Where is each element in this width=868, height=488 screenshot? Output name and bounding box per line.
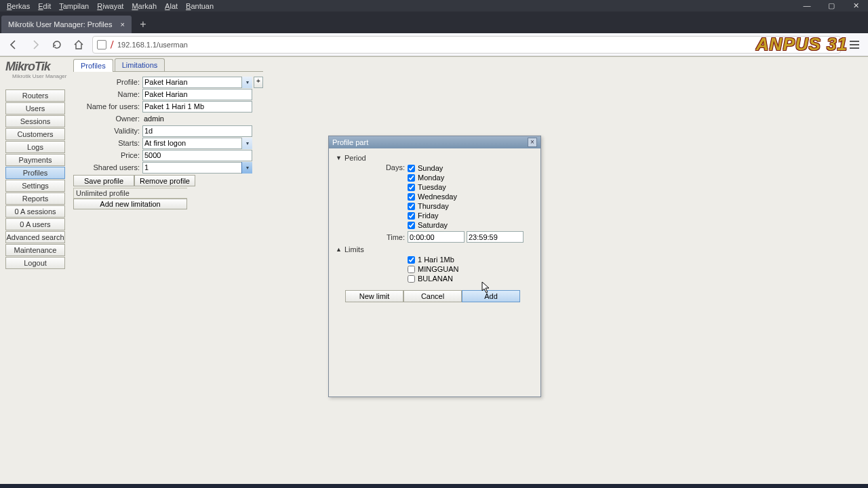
tab-close-icon[interactable]: × [120, 20, 124, 28]
page-content: MikroTik Mikrotik User Manager RoutersUs… [0, 56, 868, 484]
limit-label: MINGGUAN [418, 265, 459, 273]
limit-checkbox-bulanan[interactable] [408, 275, 415, 283]
profile-part-dialog: Profile part × ▼ Period Days: SundayMond… [328, 136, 541, 397]
day-checkbox-thursday[interactable] [408, 203, 415, 210]
sidebar-item-profiles[interactable]: Profiles [5, 167, 65, 179]
day-label: Wednesday [418, 192, 457, 201]
period-section-toggle[interactable]: ▼ Period [336, 154, 536, 162]
time-from-input[interactable] [408, 231, 465, 243]
profile-select[interactable] [142, 77, 252, 88]
close-window-button[interactable]: ✕ [844, 0, 868, 12]
url-text: 192.168.1.1/userman [117, 41, 188, 49]
save-profile-button[interactable]: Save profile [73, 175, 134, 186]
day-label: Saturday [418, 221, 448, 229]
tab-title: Mikrotik User Manager: Profiles [8, 20, 112, 28]
days-list: SundayMondayTuesdayWednesdayThursdayFrid… [408, 163, 457, 230]
day-row: Saturday [408, 220, 457, 230]
limit-row: 1 Hari 1Mb [408, 255, 459, 264]
browser-tabstrip: Mikrotik User Manager: Profiles × + [0, 12, 868, 33]
sidebar-item-0-a-sessions[interactable]: 0 A sessions [5, 205, 65, 218]
sidebar-item-routers[interactable]: Routers [5, 89, 65, 102]
limit-checkbox-mingguan[interactable] [408, 266, 415, 273]
name-for-users-label: Name for users: [73, 102, 142, 110]
day-checkbox-tuesday[interactable] [408, 184, 415, 191]
menu-markah[interactable]: Markah [127, 2, 161, 10]
profile-form: Profile: ▾ + Name: Name for users: Owner… [73, 76, 263, 209]
new-tab-button[interactable]: + [134, 16, 152, 33]
add-new-limitation-button[interactable]: Add new limitation [73, 199, 187, 209]
limits-section-toggle[interactable]: ▲ Limits [336, 245, 536, 253]
tab-profiles[interactable]: Profiles [73, 59, 113, 72]
reload-button[interactable] [49, 37, 65, 53]
limit-label: BULANAN [418, 274, 453, 283]
back-button[interactable] [5, 37, 22, 53]
sidebar-item-maintenance[interactable]: Maintenance [5, 244, 65, 256]
maximize-button[interactable]: ▢ [819, 0, 844, 12]
owner-label: Owner: [73, 115, 142, 123]
minimize-button[interactable]: — [795, 0, 819, 12]
day-checkbox-monday[interactable] [408, 174, 415, 182]
starts-label: Starts: [73, 139, 142, 147]
add-profile-button[interactable]: + [254, 77, 263, 88]
menu-alat[interactable]: Alat [161, 2, 182, 10]
menu-tampilan[interactable]: Tampilan [55, 2, 93, 10]
add-button[interactable]: Add [462, 290, 520, 302]
day-row: Wednesday [408, 192, 457, 201]
starts-select[interactable] [142, 138, 252, 149]
sidebar-item-advanced-search[interactable]: Advanced search [5, 231, 65, 243]
forward-button[interactable] [27, 37, 43, 53]
new-limit-button[interactable]: New limit [345, 290, 403, 302]
day-checkbox-sunday[interactable] [408, 165, 415, 172]
price-label: Price: [73, 151, 142, 159]
sidebar-item-settings[interactable]: Settings [5, 180, 65, 192]
sidebar-item-0-a-users[interactable]: 0 A users [5, 218, 65, 230]
day-checkbox-wednesday[interactable] [408, 193, 415, 201]
shield-icon [97, 40, 106, 49]
validity-input[interactable] [142, 125, 252, 137]
mikrotik-subtitle: Mikrotik User Manager [12, 73, 66, 79]
sidebar-item-reports[interactable]: Reports [5, 192, 65, 205]
more-icon[interactable]: ⋯ [829, 40, 836, 49]
remove-profile-button[interactable]: Remove profile [134, 175, 195, 186]
price-input[interactable] [142, 150, 252, 161]
sidebar-item-payments[interactable]: Payments [5, 154, 65, 166]
day-label: Friday [418, 211, 439, 220]
menu-edit[interactable]: Edit [34, 2, 55, 10]
shared-users-select[interactable] [142, 162, 252, 174]
menu-riwayat[interactable]: Riwayat [93, 2, 127, 10]
limit-row: MINGGUAN [408, 264, 459, 274]
day-checkbox-saturday[interactable] [408, 222, 415, 229]
time-label: Time: [333, 233, 408, 241]
name-label: Name: [73, 90, 142, 98]
sidebar-item-users[interactable]: Users [5, 102, 65, 115]
day-label: Sunday [418, 164, 443, 172]
sidebar-item-sessions[interactable]: Sessions [5, 115, 65, 127]
tab-limitations[interactable]: Limitations [115, 58, 165, 71]
name-input[interactable] [142, 89, 252, 100]
sidebar-item-logs[interactable]: Logs [5, 141, 65, 153]
period-label: Period [344, 154, 366, 162]
limit-label: 1 Hari 1Mb [418, 256, 454, 264]
day-checkbox-friday[interactable] [408, 212, 415, 220]
cancel-button[interactable]: Cancel [403, 290, 462, 302]
menu-bantuan[interactable]: Bantuan [182, 2, 218, 10]
page-tabs: ProfilesLimitations [73, 58, 263, 72]
dialog-close-button[interactable]: × [528, 138, 537, 147]
day-row: Thursday [408, 201, 457, 211]
time-to-input[interactable] [467, 231, 524, 243]
unlimited-profile-header: Unlimited profile [73, 188, 187, 199]
main-panel: ProfilesLimitations Profile: ▾ + Name: N… [73, 58, 263, 209]
browser-tab[interactable]: Mikrotik User Manager: Profiles × [1, 16, 132, 33]
sidebar-item-logout[interactable]: Logout [5, 257, 65, 269]
menu-berkas[interactable]: Berkas [3, 2, 34, 10]
dialog-titlebar[interactable]: Profile part × [329, 136, 540, 148]
home-button[interactable] [71, 37, 87, 53]
name-for-users-input[interactable] [142, 101, 252, 113]
sidebar-item-customers[interactable]: Customers [5, 128, 65, 140]
browser-toolbar: ⧸ 192.168.1.1/userman ⋯ [0, 33, 868, 56]
limits-list: 1 Hari 1MbMINGGUANBULANAN [408, 255, 459, 283]
hamburger-menu-button[interactable] [846, 37, 863, 53]
limit-checkbox-1-hari-1mb[interactable] [408, 256, 415, 264]
limit-row: BULANAN [408, 274, 459, 283]
address-bar[interactable]: ⧸ 192.168.1.1/userman ⋯ [92, 36, 841, 54]
